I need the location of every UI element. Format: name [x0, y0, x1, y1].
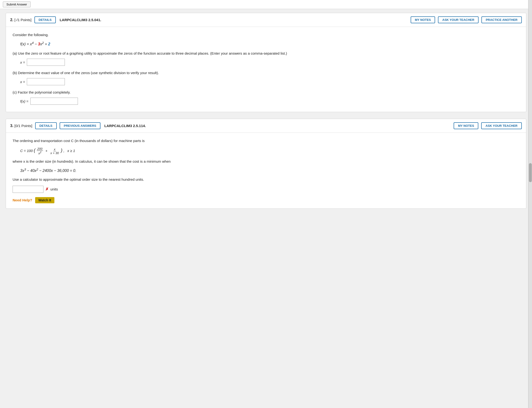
- q3-need-help-label: Need Help?: [13, 198, 32, 202]
- question-3-number: 3. [0/1 Points]: [10, 124, 32, 128]
- q3-equation: C = 100 ( 200 x2 + x x + 30 ) , x ≥ 1: [20, 147, 519, 155]
- q3-polynomial: 3x3 − 40x2 − 2400x − 36,000 = 0.: [20, 168, 519, 173]
- q3-answer-input[interactable]: [13, 186, 43, 193]
- q3-units-label: units: [50, 187, 58, 191]
- q2-part-c-input[interactable]: [30, 98, 78, 105]
- q2-my-notes-button[interactable]: MY NOTES: [411, 16, 435, 23]
- q3-error-icon: ✗: [45, 187, 49, 191]
- q3-ask-teacher-button[interactable]: ASK YOUR TEACHER: [481, 122, 522, 129]
- question-3-header: 3. [0/1 Points] DETAILS PREVIOUS ANSWERS…: [6, 119, 526, 133]
- q2-question-id: LARPCALCLIM3 2.5.041.: [60, 18, 101, 22]
- q3-answer-row: ✗ units: [13, 186, 519, 193]
- q3-instructions: Use a calculator to approximate the opti…: [13, 177, 519, 182]
- question-2-header: 2. [-/1 Points] DETAILS LARPCALCLIM3 2.5…: [6, 13, 526, 27]
- question-2-body: Consider the following. f(x) = x4 − 3x2 …: [6, 27, 526, 112]
- question-3-block: 3. [0/1 Points] DETAILS PREVIOUS ANSWERS…: [6, 119, 526, 209]
- q2-part-b-input[interactable]: [27, 78, 65, 85]
- q2-part-a-input[interactable]: [27, 59, 65, 66]
- q2-part-a-text: (a) Use the zero or root feature of a gr…: [13, 51, 519, 56]
- q3-question-id: LARPCALCLIM3 2.5.114.: [104, 124, 146, 128]
- q2-part-a-row: x =: [20, 59, 519, 66]
- q3-details-button[interactable]: DETAILS: [35, 122, 57, 129]
- q3-need-help-row: Need Help? Watch It: [13, 197, 519, 203]
- q2-intro: Consider the following.: [13, 32, 519, 38]
- q2-part-b-row: x =: [20, 78, 519, 85]
- q2-part-a-label: x =: [20, 60, 25, 64]
- q3-fraction1: 200 x2: [37, 147, 43, 155]
- submit-answer-button[interactable]: Submit Answer: [3, 1, 31, 7]
- q2-function-display: f(x) = x4 − 3x2 + 2: [20, 41, 519, 46]
- q2-part-b-label: x =: [20, 80, 25, 84]
- q2-details-button[interactable]: DETAILS: [34, 16, 56, 23]
- q3-where-text: where x is the order size (in hundreds).…: [13, 159, 519, 164]
- scrollbar-thumb[interactable]: [529, 163, 532, 182]
- q3-watch-it-button[interactable]: Watch It: [35, 197, 55, 203]
- q2-ask-teacher-button[interactable]: ASK YOUR TEACHER: [438, 16, 479, 23]
- q2-practice-another-button[interactable]: PRACTICE ANOTHER: [481, 16, 522, 23]
- q2-part-c-text: (c) Factor the polynomial completely.: [13, 90, 519, 95]
- question-3-body: The ordering and transportation cost C (…: [6, 133, 526, 209]
- q3-fraction2: x x + 30: [50, 147, 59, 155]
- main-content: 2. [-/1 Points] DETAILS LARPCALCLIM3 2.5…: [0, 9, 532, 408]
- q2-part-b-text: (b) Determine the exact value of one of …: [13, 70, 519, 76]
- top-bar: Submit Answer: [0, 0, 532, 9]
- q3-intro: The ordering and transportation cost C (…: [13, 138, 519, 144]
- q2-part-c-row: f(x) =: [20, 98, 519, 105]
- q3-my-notes-button[interactable]: MY NOTES: [454, 122, 478, 129]
- question-2-block: 2. [-/1 Points] DETAILS LARPCALCLIM3 2.5…: [6, 13, 526, 112]
- question-2-number: 2. [-/1 Points]: [10, 18, 32, 22]
- q2-part-c-label: f(x) =: [20, 99, 28, 103]
- q3-prev-answers-button[interactable]: PREVIOUS ANSWERS: [60, 122, 101, 129]
- scrollbar-track[interactable]: [528, 0, 532, 408]
